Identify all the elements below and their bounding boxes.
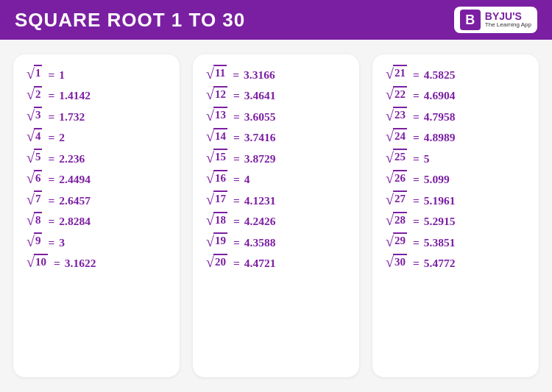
sqrt-row: √1 = 1 xyxy=(26,65,166,82)
equals-sign: = xyxy=(48,89,54,102)
sqrt-value: 1.732 xyxy=(59,110,85,124)
sqrt-row: √27 = 5.1961 xyxy=(386,190,526,207)
radical-number: 22 xyxy=(393,86,407,102)
equals-sign: = xyxy=(233,173,240,186)
radical-number: 5 xyxy=(34,149,43,165)
sqrt-row: √28 = 5.2915 xyxy=(386,212,526,229)
radical-wrapper: √5 xyxy=(26,149,42,165)
sqrt-row: √3 = 1.732 xyxy=(26,107,166,124)
equals-sign: = xyxy=(413,110,420,124)
radical-number: 1 xyxy=(34,65,43,81)
radical-number: 11 xyxy=(213,65,227,81)
equals-sign: = xyxy=(413,257,420,270)
radical-wrapper: √13 xyxy=(206,107,227,123)
equals-sign: = xyxy=(54,257,60,270)
radical-wrapper: √16 xyxy=(206,170,227,186)
card-col-1: √1 = 1 √2 = 1.4142 √3 = 1.732 √4 xyxy=(13,54,180,377)
equals-sign: = xyxy=(48,152,54,165)
radical-number: 9 xyxy=(34,232,43,249)
radical-number: 10 xyxy=(34,254,48,270)
sqrt-value: 5.4772 xyxy=(424,257,456,270)
radical-wrapper: √9 xyxy=(26,232,42,249)
radical-wrapper: √14 xyxy=(206,128,227,144)
radical-number: 13 xyxy=(213,107,227,123)
content-area: √1 = 1 √2 = 1.4142 √3 = 1.732 √4 xyxy=(0,40,552,392)
sqrt-row: √17 = 4.1231 xyxy=(206,190,346,207)
radical-number: 6 xyxy=(34,170,43,186)
sqrt-value: 5.2915 xyxy=(424,215,456,228)
equals-sign: = xyxy=(233,110,240,124)
radical-wrapper: √27 xyxy=(386,190,407,207)
sqrt-value: 3.4641 xyxy=(244,89,276,102)
radical-wrapper: √3 xyxy=(26,107,42,123)
equals-sign: = xyxy=(413,68,420,82)
sqrt-row: √20 = 4.4721 xyxy=(206,254,346,271)
equals-sign: = xyxy=(48,173,54,186)
equals-sign: = xyxy=(233,215,240,228)
radical-number: 18 xyxy=(213,212,227,228)
sqrt-value: 4.4721 xyxy=(244,257,276,270)
equals-sign: = xyxy=(48,236,54,249)
sqrt-value: 4.7958 xyxy=(424,110,456,124)
sqrt-row: √26 = 5.099 xyxy=(386,170,526,187)
sqrt-row: √9 = 3 xyxy=(26,232,166,249)
card-col-3: √21 = 4.5825 √22 = 4.6904 √23 = 4.7958 √… xyxy=(372,54,539,377)
logo-subtitle: The Learning App xyxy=(485,22,531,29)
equals-sign: = xyxy=(48,131,54,144)
radical-wrapper: √17 xyxy=(206,190,227,207)
radical-number: 12 xyxy=(213,86,227,102)
radical-wrapper: √25 xyxy=(386,149,407,165)
sqrt-value: 3.1622 xyxy=(65,257,96,270)
equals-sign: = xyxy=(233,89,240,102)
radical-wrapper: √7 xyxy=(26,190,42,207)
sqrt-value: 1 xyxy=(59,68,65,82)
radical-number: 24 xyxy=(393,128,407,144)
equals-sign: = xyxy=(413,215,420,228)
sqrt-value: 4.2426 xyxy=(244,215,276,228)
radical-wrapper: √26 xyxy=(386,170,407,186)
equals-sign: = xyxy=(413,131,420,144)
radical-wrapper: √2 xyxy=(26,86,42,102)
radical-number: 2 xyxy=(34,86,43,102)
sqrt-value: 4.5825 xyxy=(424,68,456,82)
equals-sign: = xyxy=(233,131,240,144)
radical-number: 23 xyxy=(393,107,407,123)
radical-wrapper: √24 xyxy=(386,128,407,144)
radical-number: 4 xyxy=(34,128,43,144)
equals-sign: = xyxy=(233,152,240,165)
radical-number: 7 xyxy=(34,190,43,207)
radical-number: 21 xyxy=(393,65,407,81)
sqrt-value: 2.4494 xyxy=(59,173,91,186)
radical-wrapper: √19 xyxy=(206,232,227,249)
equals-sign: = xyxy=(48,215,54,228)
radical-wrapper: √8 xyxy=(26,212,42,228)
sqrt-value: 1.4142 xyxy=(59,89,91,102)
radical-wrapper: √21 xyxy=(386,65,407,81)
radical-wrapper: √4 xyxy=(26,128,42,144)
radical-wrapper: √20 xyxy=(206,254,227,270)
radical-number: 25 xyxy=(393,149,407,165)
equals-sign: = xyxy=(48,110,54,124)
radical-wrapper: √15 xyxy=(206,149,227,165)
radical-wrapper: √11 xyxy=(206,65,227,81)
radical-number: 14 xyxy=(213,128,227,144)
sqrt-row: √12 = 3.4641 xyxy=(206,86,346,103)
radical-number: 16 xyxy=(213,170,227,186)
sqrt-row: √6 = 2.4494 xyxy=(26,170,166,187)
radical-number: 30 xyxy=(393,254,407,270)
sqrt-value: 4.1231 xyxy=(244,194,276,207)
sqrt-row: √2 = 1.4142 xyxy=(26,86,166,103)
radical-wrapper: √29 xyxy=(386,232,407,249)
radical-number: 17 xyxy=(213,190,227,207)
equals-sign: = xyxy=(413,236,420,249)
radical-wrapper: √10 xyxy=(26,254,48,270)
sqrt-row: √22 = 4.6904 xyxy=(386,86,526,103)
radical-wrapper: √22 xyxy=(386,86,407,102)
sqrt-row: √16 = 4 xyxy=(206,170,346,187)
sqrt-value: 5.1961 xyxy=(424,194,456,207)
sqrt-value: 4.3588 xyxy=(244,236,276,249)
card-col-2: √11 = 3.3166 √12 = 3.4641 √13 = 3.6055 √… xyxy=(193,54,359,377)
sqrt-row: √25 = 5 xyxy=(386,149,526,165)
sqrt-value: 2 xyxy=(59,131,65,144)
radical-number: 15 xyxy=(213,149,227,165)
